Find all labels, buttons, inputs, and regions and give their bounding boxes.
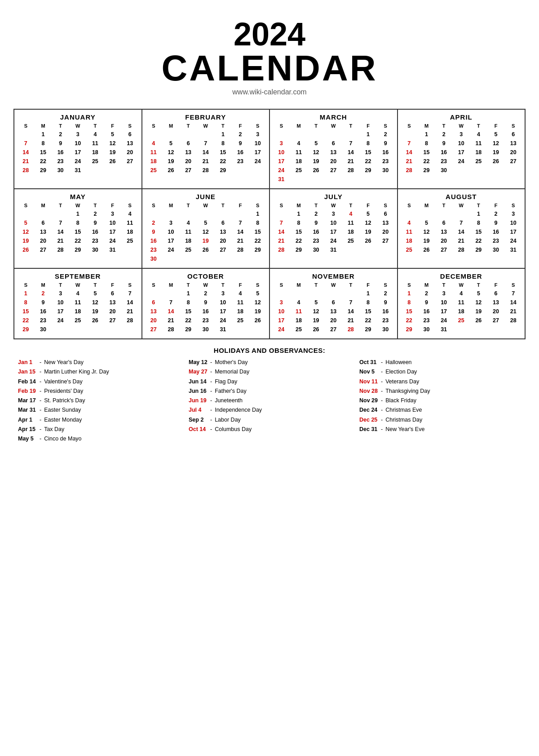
day-cell: 2 <box>145 218 163 227</box>
day-cell: 8 <box>470 218 487 227</box>
day-cell: 12 <box>307 307 325 316</box>
day-headers-row: SMTWTFS <box>145 123 267 129</box>
day-cell: 22 <box>249 236 266 245</box>
day-cell: 18 <box>232 307 249 316</box>
day-cell: 28 <box>232 245 249 254</box>
day-cell: 11 <box>121 218 139 227</box>
day-cell: 6 <box>325 139 342 148</box>
day-cell: 28 <box>342 166 360 175</box>
holiday-name: Election Day <box>385 367 417 377</box>
day-cell: 29 <box>470 245 487 254</box>
day-cell: 4 <box>87 130 104 139</box>
day-cell: 9 <box>418 298 435 307</box>
day-header: W <box>452 282 470 288</box>
day-header: S <box>17 123 35 129</box>
day-header: F <box>104 123 121 129</box>
day-cell: 7 <box>52 218 69 227</box>
day-cell: 13 <box>377 218 394 227</box>
day-cell: 9 <box>52 139 69 148</box>
day-cell: 4 <box>232 289 249 298</box>
day-cell: 9 <box>35 298 52 307</box>
day-cell: 17 <box>214 307 232 316</box>
day-cell: 8 <box>359 139 377 148</box>
day-header: W <box>452 202 470 209</box>
day-cell: 1 <box>418 130 435 139</box>
day-cell: 9 <box>435 139 453 148</box>
day-cell: 29 <box>359 325 377 334</box>
website-url: www.wiki-calendar.com <box>13 88 526 96</box>
day-cell: 27 <box>35 245 52 254</box>
day-header: S <box>145 282 163 288</box>
day-header: T <box>214 123 232 129</box>
holiday-date: Jan 15 <box>18 367 37 377</box>
day-header: W <box>69 123 87 129</box>
day-cell: 28 <box>162 325 180 334</box>
day-cell: 31 <box>214 325 232 334</box>
day-cell: 6 <box>121 130 139 139</box>
day-cell: 3 <box>273 139 290 148</box>
day-cell: 9 <box>377 139 394 148</box>
day-cell: 4 <box>69 289 87 298</box>
holiday-dash: - <box>210 367 212 377</box>
day-header: S <box>121 202 139 209</box>
day-cell: 4 <box>401 218 418 227</box>
day-cell: 5 <box>17 218 35 227</box>
holiday-entry: Jan 1 - New Year's Day <box>18 358 180 367</box>
holiday-date: Apr 1 <box>18 415 37 425</box>
day-cell: 6 <box>487 289 505 298</box>
day-header: S <box>249 123 266 129</box>
day-header: W <box>325 123 342 129</box>
day-cell: 16 <box>487 227 505 236</box>
day-cell: 26 <box>249 316 266 325</box>
holiday-dash: - <box>381 415 383 425</box>
day-cell: 21 <box>17 157 35 166</box>
empty-cell <box>162 209 180 218</box>
holiday-date: May 27 <box>189 367 208 377</box>
holiday-entry: Nov 11 - Veterans Day <box>359 377 521 387</box>
day-cell: 15 <box>290 227 308 236</box>
day-cell: 28 <box>401 166 418 175</box>
holiday-dash: - <box>40 434 41 444</box>
day-cell: 23 <box>35 316 52 325</box>
empty-cell <box>214 209 232 218</box>
day-cell: 1 <box>35 130 52 139</box>
day-header: T <box>214 282 232 288</box>
day-cell: 29 <box>359 166 377 175</box>
day-cell: 20 <box>214 236 232 245</box>
day-cell: 18 <box>342 227 360 236</box>
day-cell: 24 <box>273 325 290 334</box>
day-cell: 17 <box>104 227 121 236</box>
day-cell: 20 <box>104 307 121 316</box>
day-cell: 12 <box>249 298 266 307</box>
holiday-name: Christmas Eve <box>385 405 422 415</box>
day-cell: 13 <box>504 139 522 148</box>
empty-cell <box>342 289 360 298</box>
day-header: T <box>214 202 232 209</box>
day-cell: 26 <box>487 157 505 166</box>
days-grid: 1234567891011121314151617181920212223242… <box>273 130 394 184</box>
day-cell: 10 <box>249 139 266 148</box>
day-cell: 2 <box>377 289 394 298</box>
holiday-entry: Mar 17 - St. Patrick's Day <box>18 396 180 405</box>
empty-cell <box>452 209 470 218</box>
holiday-entry: Oct 14 - Columbus Day <box>189 425 350 434</box>
holiday-entry: Dec 24 - Christmas Eve <box>359 405 521 415</box>
month-name: MARCH <box>273 113 394 121</box>
day-cell: 18 <box>87 148 104 157</box>
day-cell: 14 <box>452 227 470 236</box>
days-grid: 1234567891011121314151617181920212223242… <box>145 209 267 263</box>
day-header: S <box>273 202 290 209</box>
day-cell: 27 <box>435 245 453 254</box>
empty-cell <box>17 130 35 139</box>
day-cell: 11 <box>180 227 197 236</box>
holiday-entry: May 12 - Mother's Day <box>189 358 350 367</box>
day-cell: 2 <box>435 130 453 139</box>
day-cell: 22 <box>470 236 487 245</box>
holiday-date: May 5 <box>18 434 37 444</box>
day-cell: 18 <box>145 157 163 166</box>
day-cell: 14 <box>342 148 360 157</box>
day-cell: 12 <box>359 218 377 227</box>
day-cell: 21 <box>452 236 470 245</box>
day-cell: 27 <box>180 166 197 175</box>
day-cell: 29 <box>401 325 418 334</box>
